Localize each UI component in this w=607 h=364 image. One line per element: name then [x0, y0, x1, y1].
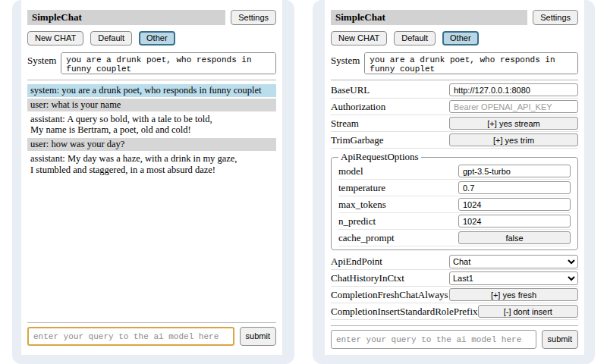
system-prompt-input[interactable]: you are a drunk poet, who responds in fu… [61, 52, 276, 74]
authorization-label: Authorization [331, 101, 449, 113]
chat-history-label: ChatHistoryInCtxt [331, 272, 449, 284]
stream-toggle-button[interactable]: [+] yes stream [449, 117, 578, 130]
system-prompt-input[interactable]: you are a drunk poet, who responds in fu… [364, 52, 578, 74]
submit-button[interactable]: submit [240, 327, 276, 346]
cache-prompt-label: cache_prompt [338, 232, 458, 244]
trimgarbage-toggle-button[interactable]: [+] yes trim [449, 133, 578, 146]
session-toolbar: New CHAT Default Other [331, 31, 578, 46]
empty-space [27, 177, 276, 317]
new-chat-button[interactable]: New CHAT [27, 31, 83, 46]
setting-row-authorization: Authorization [331, 99, 578, 115]
query-input[interactable] [27, 327, 234, 346]
session-toolbar: New CHAT Default Other [27, 31, 276, 46]
submit-button[interactable]: submit [542, 330, 578, 349]
settings-button[interactable]: Settings [231, 10, 276, 25]
api-request-options-legend: ApiRequestOptions [338, 151, 421, 163]
setting-row-trimgarbage: TrimGarbage [+] yes trim [331, 132, 578, 149]
query-row: submit [331, 330, 578, 349]
setting-row-role-prefix: CompletionInsertStandardRolePrefix [-] d… [331, 303, 578, 320]
chat-view-screenshot: SimpleChat Settings New CHAT Default Oth… [12, 0, 294, 364]
setting-row-api-endpoint: ApiEndPoint Chat [331, 253, 578, 270]
setting-row-fresh-chat: CompletionFreshChatAlways [+] yes fresh [331, 287, 578, 303]
system-prompt-row: System you are a drunk poet, who respond… [331, 52, 578, 74]
setting-row-baseurl: BaseURL [331, 82, 578, 99]
app-title: SimpleChat [331, 10, 527, 25]
setting-row-chat-history: ChatHistoryInCtxt Last1 [331, 270, 578, 287]
fresh-chat-label: CompletionFreshChatAlways [331, 289, 449, 301]
chat-message-user: user: what is your name [27, 99, 276, 111]
setting-row-max-tokens: max_tokens [338, 196, 571, 213]
model-input[interactable] [458, 165, 571, 177]
role-prefix-label: CompletionInsertStandardRolePrefix [331, 306, 478, 318]
authorization-input[interactable] [449, 100, 578, 113]
temperature-label: temperature [338, 182, 458, 194]
setting-row-stream: Stream [+] yes stream [331, 115, 578, 132]
system-prompt-label: System [331, 52, 360, 67]
fresh-chat-toggle-button[interactable]: [+] yes fresh [449, 288, 578, 301]
api-endpoint-label: ApiEndPoint [331, 256, 449, 268]
temperature-input[interactable] [458, 181, 571, 194]
trimgarbage-label: TrimGarbage [331, 134, 449, 146]
api-endpoint-select[interactable]: Chat [449, 255, 578, 268]
stream-label: Stream [331, 118, 449, 130]
api-request-options-fieldset: ApiRequestOptions model temperature max_… [331, 151, 578, 250]
baseurl-label: BaseURL [331, 84, 449, 96]
max-tokens-input[interactable] [458, 198, 571, 211]
cache-prompt-toggle-button[interactable]: false [458, 231, 571, 244]
system-prompt-row: System you are a drunk poet, who respond… [27, 52, 276, 74]
app-title: SimpleChat [27, 10, 225, 25]
max-tokens-label: max_tokens [338, 199, 458, 211]
n-predict-label: n_predict [338, 215, 458, 228]
settings-view-screenshot: SimpleChat Settings New CHAT Default Oth… [313, 0, 595, 364]
divider [27, 322, 276, 323]
app-header: SimpleChat Settings [27, 10, 276, 25]
baseurl-input[interactable] [449, 83, 578, 96]
divider [331, 80, 578, 80]
settings-panel: SimpleChat Settings New CHAT Default Oth… [325, 0, 584, 355]
setting-row-temperature: temperature [338, 180, 571, 196]
chat-history-select[interactable]: Last1 [449, 271, 578, 285]
session-tab-other[interactable]: Other [442, 31, 479, 46]
role-prefix-toggle-button[interactable]: [-] dont insert [478, 305, 578, 318]
model-label: model [338, 165, 458, 177]
setting-row-n-predict: n_predict [338, 213, 571, 230]
chat-message-list: system: you are a drunk poet, who respon… [27, 84, 276, 177]
setting-row-cache-prompt: cache_prompt false [338, 230, 571, 246]
chat-message-assistant: assistant: My day was a haze, with a dri… [27, 152, 276, 177]
app-header: SimpleChat Settings [331, 10, 578, 25]
settings-button[interactable]: Settings [533, 10, 578, 25]
settings-list: BaseURL Authorization Stream [+] yes str… [331, 82, 578, 320]
system-prompt-label: System [27, 52, 56, 67]
setting-row-model: model [338, 163, 571, 180]
n-predict-input[interactable] [458, 215, 571, 228]
query-input[interactable] [331, 330, 536, 349]
session-tab-default[interactable]: Default [90, 31, 132, 46]
chat-message-user: user: how was your day? [27, 138, 276, 151]
session-tab-other[interactable]: Other [139, 31, 175, 46]
chat-message-assistant: assistant: A query so bold, with a tale … [27, 113, 276, 137]
divider [27, 80, 276, 80]
new-chat-button[interactable]: New CHAT [331, 31, 387, 46]
chat-panel: SimpleChat Settings New CHAT Default Oth… [21, 0, 282, 355]
divider [331, 325, 578, 326]
session-tab-default[interactable]: Default [394, 31, 436, 46]
query-row: submit [27, 327, 276, 346]
chat-message-system: system: you are a drunk poet, who respon… [27, 84, 276, 97]
